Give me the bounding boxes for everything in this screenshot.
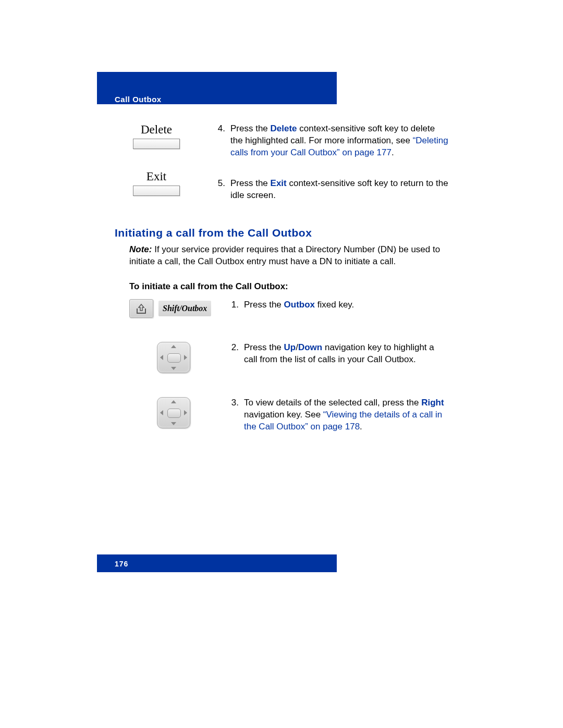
text: fixed key. xyxy=(315,300,354,310)
text: Press the xyxy=(244,342,284,352)
step-5: 5. Press the Exit context-sensitive soft… xyxy=(214,178,448,202)
step-number: 1. xyxy=(227,299,239,311)
exit-keyword: Exit xyxy=(271,178,287,188)
step-1: 1. Press the Outbox fixed key. xyxy=(227,299,448,311)
outbox-icon xyxy=(129,299,153,318)
navpad-graphic xyxy=(129,397,218,428)
up-keyword: Up xyxy=(284,342,296,352)
softkey-illustrations: Delete Exit xyxy=(115,123,198,209)
down-keyword: Down xyxy=(298,342,322,352)
outbox-glyph-icon xyxy=(136,303,147,314)
procedure-subhead: To initiate a call from the Call Outbox: xyxy=(129,281,448,292)
text: . xyxy=(391,147,394,157)
header-section-title: Call Outbox xyxy=(115,95,162,104)
step-text: Press the Delete context-sensitive soft … xyxy=(230,123,448,159)
navigation-pad-icon xyxy=(157,397,190,428)
step-4: 4. Press the Delete context-sensitive so… xyxy=(214,123,448,159)
procedure-step-3-row: 3. To view details of the selected call,… xyxy=(129,397,448,433)
softkey-exit-label: Exit xyxy=(115,170,198,183)
text: To view details of the selected call, pr… xyxy=(244,398,421,408)
down-arrow-icon xyxy=(171,422,176,425)
step-text: Press the Outbox fixed key. xyxy=(244,299,354,311)
steps-col: 4. Press the Delete context-sensitive so… xyxy=(214,123,448,209)
softkey-exit: Exit xyxy=(115,170,198,196)
softkey-delete: Delete xyxy=(115,123,198,149)
text: Press the xyxy=(230,178,271,188)
text: . xyxy=(360,422,362,431)
note-body: If your service provider requires that a… xyxy=(129,244,440,267)
softkey-delete-label: Delete xyxy=(115,123,198,137)
page-number: 176 xyxy=(115,560,128,568)
left-arrow-icon xyxy=(160,410,163,415)
softkey-delete-button-graphic xyxy=(133,139,180,149)
text: Press the xyxy=(244,300,284,310)
note-label: Note: xyxy=(129,244,152,254)
up-arrow-icon xyxy=(171,345,176,348)
continuation-steps-row: Delete Exit 4. Press the Delete context-… xyxy=(115,123,448,209)
shift-outbox-label: Shift/Outbox xyxy=(158,301,211,316)
manual-page: Call Outbox Delete Exit 4. Press the De xyxy=(0,0,563,728)
text: Press the xyxy=(230,124,271,133)
step-text: Press the Up/Down navigation key to high… xyxy=(244,342,448,366)
left-arrow-icon xyxy=(160,355,163,360)
procedure-step-2-row: 2. Press the Up/Down navigation key to h… xyxy=(129,342,448,373)
right-keyword: Right xyxy=(421,398,444,408)
step-number: 2. xyxy=(227,342,239,366)
footer-bar xyxy=(97,554,337,572)
step-text: Press the Exit context-sensitive soft ke… xyxy=(230,178,448,202)
navigation-pad-icon xyxy=(157,342,190,373)
content-area: Delete Exit 4. Press the Delete context-… xyxy=(115,120,448,457)
up-arrow-icon xyxy=(171,400,176,403)
navpad-graphic xyxy=(129,342,218,373)
outbox-keyword: Outbox xyxy=(284,300,315,310)
step-text: To view details of the selected call, pr… xyxy=(244,397,448,433)
right-arrow-icon xyxy=(184,410,187,415)
down-arrow-icon xyxy=(171,367,176,370)
note-block: Note: If your service provider requires … xyxy=(129,243,448,268)
step-number: 3. xyxy=(227,397,239,433)
step-number: 5. xyxy=(214,178,225,202)
step-3: 3. To view details of the selected call,… xyxy=(227,397,448,433)
outbox-key-graphic: Shift/Outbox xyxy=(129,299,218,318)
softkey-exit-button-graphic xyxy=(133,186,180,196)
step-2: 2. Press the Up/Down navigation key to h… xyxy=(227,342,448,366)
procedure-step-1-row: Shift/Outbox 1. Press the Outbox fixed k… xyxy=(129,299,448,318)
delete-keyword: Delete xyxy=(271,124,297,133)
right-arrow-icon xyxy=(184,355,187,360)
section-heading: Initiating a call from the Call Outbox xyxy=(115,227,448,239)
step-number: 4. xyxy=(214,123,225,159)
text: navigation key. See xyxy=(244,410,323,419)
